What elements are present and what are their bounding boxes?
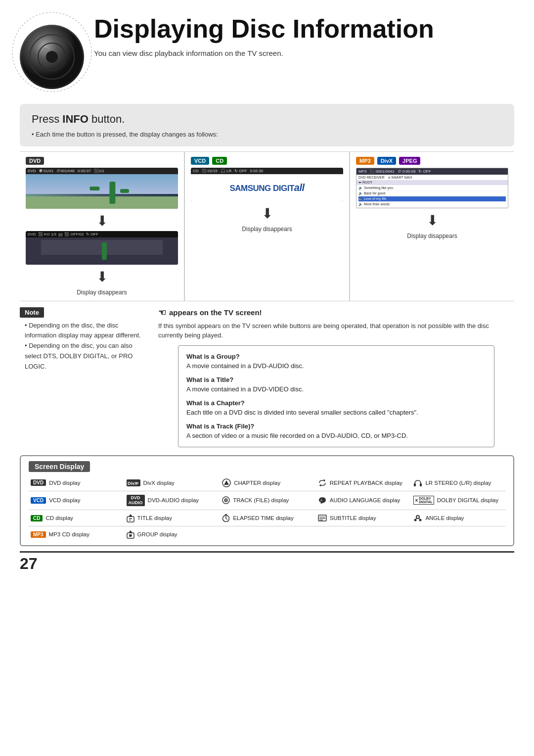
page-title: Displaying Disc Information xyxy=(94,15,514,43)
svg-marker-24 xyxy=(129,514,133,517)
note-bullets: Depending on the disc, the disc informat… xyxy=(20,321,148,372)
vcd-badge: VCD xyxy=(191,157,209,165)
mp3-badge: MP3 xyxy=(356,157,374,165)
svg-rect-23 xyxy=(127,517,134,522)
elapsed-icon-svg xyxy=(222,514,230,522)
screen-display-title: Screen Display xyxy=(29,461,90,472)
qa-a1: A movie contained in a DVD-AUDIO disc. xyxy=(186,362,304,370)
svg-rect-11 xyxy=(102,242,107,260)
sd-group-label: GROUP display xyxy=(137,531,178,537)
mp3-item-4: 🔈 More than words xyxy=(358,202,506,207)
sd-mp3-label: MP3 CD display xyxy=(49,531,89,537)
sd-stereo-display: LR STEREO (L/R) display xyxy=(411,477,505,489)
svg-rect-18 xyxy=(420,483,422,486)
dvd-bar-text: DVD xyxy=(28,169,36,173)
speaker-svg xyxy=(20,25,84,89)
sd-cd-label: CD display xyxy=(45,515,73,521)
right-section: ☜ appears on the TV screen! If this symb… xyxy=(158,307,514,447)
sd-track-label: TRACK (FILE) display xyxy=(233,497,289,503)
header-text-area: Displaying Disc Information You can view… xyxy=(84,15,514,57)
svg-text:DivX: DivX xyxy=(128,481,137,486)
mp3-label-row: MP3 DivX JPEG xyxy=(356,157,420,165)
mp3-item-2: 🔈 Back for good xyxy=(358,191,506,196)
svg-rect-7 xyxy=(89,187,99,190)
dvd-badge: DVD xyxy=(26,157,44,165)
sd-audio-lang-label: AUDIO LANGUAGE display xyxy=(330,497,400,503)
svg-marker-16 xyxy=(224,480,229,485)
sd-vcd-display: VCD VCD display xyxy=(29,493,123,508)
divx-logo-svg: DivX × xyxy=(127,479,140,486)
sd-row-3: CD CD display TITLE display ELAPSED TIME… xyxy=(29,512,505,524)
sd-dvd-audio-display: DVD AUDIO DVD-AUDIO display xyxy=(125,493,219,508)
mp3-nav-row: DVD RECEIVER e SMART NAVI xyxy=(356,175,508,180)
sd-subtitle-label: SUBTITLE display xyxy=(330,515,376,521)
middle-section: Note Depending on the disc, the disc inf… xyxy=(20,307,514,447)
svg-point-38 xyxy=(414,519,417,521)
svg-text:×: × xyxy=(136,481,139,485)
svg-point-46 xyxy=(129,534,132,537)
qa-q4: What is a Track (File)? xyxy=(186,423,254,430)
sd-repeat-display: REPEAT PLAYBACK display xyxy=(316,477,410,489)
note-header: Note xyxy=(20,307,44,318)
page-number: 27 xyxy=(20,555,38,573)
sd-dolby-label: DOLBY DIGITAL display xyxy=(437,497,498,503)
page-number-area: 27 xyxy=(20,551,514,573)
dvd-screen1-image xyxy=(26,174,178,209)
cd-badge: CD xyxy=(212,157,227,165)
dvd-label-row: DVD xyxy=(26,157,44,165)
svg-point-37 xyxy=(417,516,419,518)
svg-line-29 xyxy=(226,519,227,520)
qa-a3: Each title on a DVD disc is divided into… xyxy=(186,409,418,416)
sd-stereo-label: LR STEREO (L/R) display xyxy=(425,480,491,486)
vcd-arrow: ⬇ xyxy=(262,205,273,222)
samsung-logo: SAMSUNG DIGITall xyxy=(195,182,339,193)
mp3-arrow: ⬇ xyxy=(427,212,438,229)
sd-track-display: TRACK (FILE) display xyxy=(220,493,314,508)
info-bold: INFO xyxy=(62,113,89,125)
jpeg-badge: JPEG xyxy=(399,157,420,165)
speaker-circle xyxy=(20,25,84,89)
sd-vcd-label: VCD display xyxy=(49,497,80,503)
sd-dvd-audio-label: DVD-AUDIO display xyxy=(148,497,199,503)
qa-item-3: What is a Chapter? Each title on a DVD d… xyxy=(186,398,486,418)
dvd-screen2: DVD ⬛ KO 1/3 |||| ⬛ OFF/02 ↻ OFF xyxy=(26,231,178,265)
disc-columns: DVD DVD ❿ 01/01 ⏱001/040 0:00:37 ⬛1/1 xyxy=(20,151,514,301)
info-title: Press INFO button. xyxy=(32,113,502,126)
svg-rect-8 xyxy=(120,189,129,193)
title-icon-svg xyxy=(127,514,134,522)
sd-elapsed-display: ELAPSED TIME display xyxy=(220,512,314,524)
headphone-icon-svg xyxy=(413,479,422,487)
qa-item-2: What is a Title? A movie contained in a … xyxy=(186,375,486,394)
sd-angle-label: ANGLE display xyxy=(425,515,464,521)
cactus-svg xyxy=(26,174,178,209)
svg-point-39 xyxy=(419,519,422,521)
vcd-display-disappears: Display disappears xyxy=(242,226,292,233)
sd-subtitle-display: SUBTITLE display xyxy=(316,512,410,524)
mp3-item-1: 🔈 Something like you xyxy=(358,186,506,191)
angle-icon-svg xyxy=(413,514,422,522)
sd-divx-display: DivX × DivX display xyxy=(125,477,219,489)
qa-a4: A section of video or a music file recor… xyxy=(186,432,408,439)
qa-q1: What is a Group? xyxy=(186,353,240,360)
mp3-top-bar: MP3 ⬛ 0001/0042 ⏱ 0:00:09 ↻ OFF xyxy=(356,168,508,175)
note-left: Note Depending on the disc, the disc inf… xyxy=(20,307,148,447)
repeat-icon-svg xyxy=(318,479,327,486)
qa-panel: What is a Group? A movie contained in a … xyxy=(178,345,494,447)
mp3-playlist: 🔈 Something like you 🔈 Back for good 🔈 L… xyxy=(356,185,508,208)
sd-row-4: MP3 MP3 CD display GROUP display xyxy=(29,528,505,540)
note-bullet-1: Depending on the disc, the disc informat… xyxy=(25,321,148,341)
samsung-screen: SAMSUNG DIGITall xyxy=(191,174,343,201)
mp3-column: MP3 DivX JPEG MP3 ⬛ 0001/0042 ⏱ 0:00:09 … xyxy=(350,152,514,301)
vcd-screen: CD ⬛ 02/15 🎧 LR ↻ OFF 0:02:30 SAMSUNG DI… xyxy=(191,168,343,201)
note-box: Note Depending on the disc, the disc inf… xyxy=(20,307,148,372)
sd-title-display: TITLE display xyxy=(125,512,219,524)
dvd-arrow1: ⬇ xyxy=(96,213,108,229)
qa-q2: What is a Title? xyxy=(186,376,233,383)
sd-divx-label: DivX display xyxy=(143,480,175,486)
speaker-graphic xyxy=(20,20,84,89)
sd-vcd-badge: VCD xyxy=(31,497,46,504)
sd-dvd-label: DVD display xyxy=(49,480,80,486)
sd-chapter-display: CHAPTER display xyxy=(220,477,314,489)
page-subtitle: You can view disc playback information o… xyxy=(94,49,514,57)
sd-chapter-label: CHAPTER display xyxy=(234,480,280,486)
